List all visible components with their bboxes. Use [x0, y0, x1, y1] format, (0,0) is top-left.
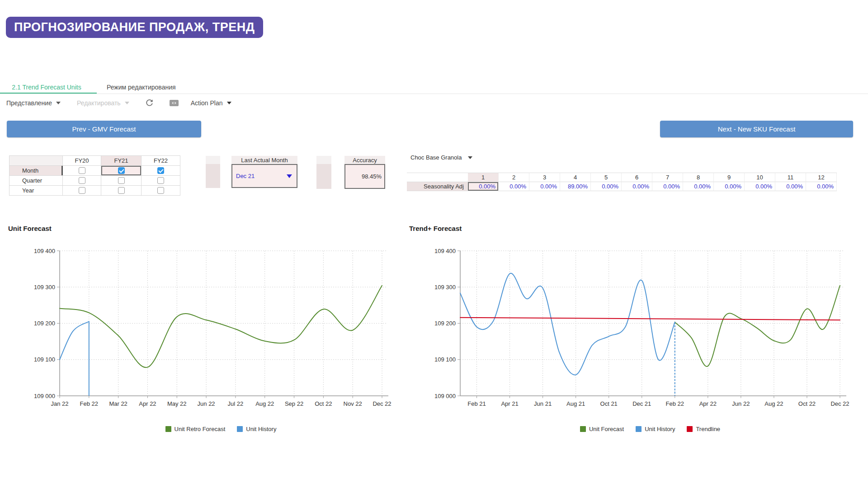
legend-item-trendline: Trendline [687, 426, 720, 432]
seasonality-col-header-4: 4 [560, 173, 591, 182]
prev-gmv-forecast-button[interactable]: Prev - GMV Forecast [7, 121, 201, 137]
seasonality-value-cell-8[interactable]: 0.00% [683, 182, 714, 191]
period-cell-quarter-fy22[interactable] [142, 176, 180, 186]
period-corner-cell[interactable] [9, 156, 63, 166]
svg-text:Apr 22: Apr 22 [699, 400, 717, 407]
svg-text:Apr 21: Apr 21 [501, 400, 518, 407]
svg-text:Dec 22: Dec 22 [373, 400, 391, 407]
checkbox-quarter-fy22[interactable] [157, 177, 164, 184]
svg-text:Oct 22: Oct 22 [315, 400, 332, 407]
period-row-label-quarter[interactable]: Quarter [9, 176, 63, 186]
seasonality-col-header-1: 1 [468, 173, 499, 182]
seasonality-value-cell-11[interactable]: 0.00% [775, 182, 806, 191]
svg-text:Feb 22: Feb 22 [666, 400, 684, 407]
period-cell-month-fy21[interactable] [101, 166, 142, 176]
checkbox-quarter-fy21[interactable] [118, 177, 125, 184]
period-cell-year-fy21[interactable] [101, 186, 142, 196]
checkbox-year-fy22[interactable] [157, 187, 164, 194]
period-cell-month-fy22[interactable] [142, 166, 180, 176]
edit-menu: Редактировать [77, 99, 129, 107]
svg-text:109 000: 109 000 [34, 393, 55, 399]
accuracy-row-strip [316, 164, 331, 189]
legend-label: Unit History [645, 426, 675, 432]
checkbox-year-fy21[interactable] [118, 187, 125, 194]
legend-item-unit-history: Unit History [636, 426, 675, 432]
accuracy-header: Accuracy [344, 156, 385, 164]
seasonality-value-cell-6[interactable]: 0.00% [622, 182, 652, 191]
action-plan-label: Action Plan [191, 99, 223, 107]
period-row-label-year[interactable]: Year [9, 186, 63, 196]
checkbox-year-fy20[interactable] [79, 187, 85, 194]
svg-text:Nov 22: Nov 22 [344, 400, 362, 407]
svg-text:Aug 22: Aug 22 [764, 400, 783, 407]
svg-text:Dec 21: Dec 21 [632, 400, 651, 407]
svg-text:May 22: May 22 [167, 400, 187, 407]
svg-text:Dec 22: Dec 22 [830, 400, 849, 407]
checkbox-month-fy21[interactable] [118, 167, 125, 174]
period-cell-month-fy20[interactable] [63, 166, 101, 176]
refresh-icon[interactable] [145, 99, 154, 108]
seasonality-col-header-2: 2 [499, 173, 529, 182]
chevron-down-icon [468, 156, 472, 159]
legend-swatch-icon [237, 426, 243, 432]
product-selector-dropdown[interactable]: Choc Base Granola [410, 154, 472, 161]
period-col-header-fy20[interactable]: FY20 [63, 156, 101, 166]
checkbox-month-fy22[interactable] [157, 167, 164, 174]
next-new-sku-forecast-button[interactable]: Next - New SKU Forecast [660, 121, 853, 137]
view-menu[interactable]: Представление [6, 99, 61, 107]
seasonality-blank-cell [407, 173, 468, 182]
period-cell-year-fy20[interactable] [63, 186, 101, 196]
tab-edit-mode[interactable]: Режим редактирования [97, 82, 186, 94]
svg-text:Apr 22: Apr 22 [139, 400, 156, 407]
svg-text:109 400: 109 400 [34, 248, 55, 254]
svg-text:109 000: 109 000 [434, 393, 456, 399]
svg-text:Jun 22: Jun 22 [198, 400, 215, 407]
seasonality-col-header-6: 6 [622, 173, 652, 182]
tab-trend-forecast-units[interactable]: 2.1 Trend Forecast Units [0, 82, 97, 94]
period-row-label-month[interactable]: Month [9, 166, 63, 176]
period-cell-year-fy22[interactable] [142, 186, 180, 196]
svg-text:109 300: 109 300 [434, 284, 456, 291]
period-col-header-fy21[interactable]: FY21 [101, 156, 142, 166]
seasonality-col-header-8: 8 [683, 173, 714, 182]
chart-legend: Unit Retro ForecastUnit History [60, 426, 382, 432]
accuracy-cell[interactable]: 98.45% [344, 164, 385, 189]
seasonality-col-header-5: 5 [591, 173, 622, 182]
period-col-header-fy22[interactable]: FY22 [142, 156, 180, 166]
seasonality-value-cell-5[interactable]: 0.00% [591, 182, 622, 191]
action-plan-menu[interactable]: Action Plan [191, 99, 231, 107]
last-actual-month-header: Last Actual Month [231, 156, 297, 164]
toolbar: Представление Редактировать Action Plan [6, 97, 231, 109]
seasonality-value-cell-12[interactable]: 0.00% [806, 182, 837, 191]
period-cell-quarter-fy20[interactable] [63, 176, 101, 186]
legend-item-unit-retro-forecast: Unit Retro Forecast [165, 426, 226, 432]
seasonality-col-header-11: 11 [775, 173, 806, 182]
lam-row-strip [206, 164, 220, 188]
seasonality-value-cell-10[interactable]: 0.00% [745, 182, 775, 191]
legend-swatch-icon [580, 426, 586, 432]
seasonality-value-cell-3[interactable]: 0.00% [529, 182, 560, 191]
seasonality-value-cell-2[interactable]: 0.00% [499, 182, 529, 191]
svg-text:109 200: 109 200 [434, 320, 456, 327]
seasonality-col-header-12: 12 [806, 173, 837, 182]
svg-text:109 400: 109 400 [434, 248, 456, 254]
last-actual-month-dropdown[interactable]: Dec 21 [231, 164, 297, 188]
seasonality-value-cell-7[interactable]: 0.00% [652, 182, 683, 191]
fit-screen-icon[interactable] [169, 99, 179, 107]
trend-plus-forecast-plot: 109 000109 100109 200109 300109 400Feb 2… [409, 243, 861, 411]
checkbox-month-fy20[interactable] [79, 167, 85, 174]
seasonality-value-cell-4[interactable]: 89.00% [560, 182, 591, 191]
period-cell-quarter-fy21[interactable] [101, 176, 142, 186]
svg-text:Aug 22: Aug 22 [255, 400, 274, 407]
svg-text:Jul 22: Jul 22 [228, 400, 244, 407]
seasonality-row-label: Seasonality Adj [407, 182, 468, 191]
period-selection-table: FY20FY21FY22MonthQuarterYear [9, 155, 180, 196]
checkbox-quarter-fy20[interactable] [79, 177, 85, 184]
accuracy-value: 98.45% [362, 173, 384, 180]
legend-label: Trendline [696, 426, 720, 432]
seasonality-value-cell-1[interactable]: 0.00% [468, 182, 499, 191]
svg-text:109 200: 109 200 [34, 320, 55, 327]
last-actual-month-value: Dec 21 [232, 173, 255, 179]
chart-title: Unit Forecast [8, 225, 52, 232]
seasonality-value-cell-9[interactable]: 0.00% [714, 182, 745, 191]
